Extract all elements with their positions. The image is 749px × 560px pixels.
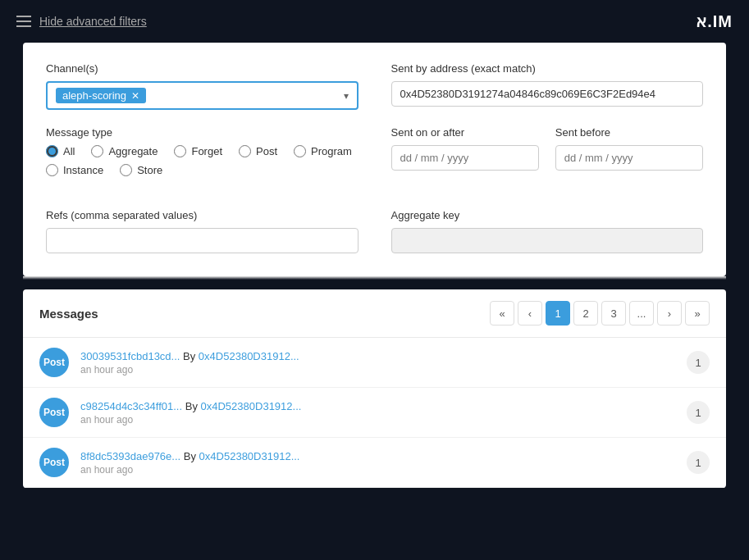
- radio-store-label: Store: [137, 164, 162, 176]
- channel-dropdown-arrow-icon[interactable]: ▾: [344, 90, 349, 102]
- sent-by-label: Sent by address (exact match): [391, 62, 704, 75]
- radio-store[interactable]: Store: [120, 164, 162, 176]
- pagination-page-1[interactable]: 1: [546, 301, 570, 326]
- sent-after-input[interactable]: [391, 145, 539, 171]
- message-id-link-0[interactable]: 30039531fcbd13cd...: [80, 350, 180, 362]
- refs-input[interactable]: [46, 228, 359, 253]
- aggregate-key-label: Aggregate key: [391, 209, 704, 221]
- message-id-link-1[interactable]: c98254d4c3c34ff01...: [80, 400, 182, 412]
- pagination-last[interactable]: »: [685, 301, 710, 326]
- radio-all[interactable]: All: [46, 145, 75, 157]
- sent-by-group: Sent by address (exact match): [391, 62, 704, 110]
- sent-before-input[interactable]: [555, 145, 703, 171]
- message-row: Post 30039531fcbd13cd... By 0x4D52380D31…: [23, 338, 726, 388]
- message-by-0: By: [183, 350, 199, 362]
- channel-tag: aleph-scoring ✕: [56, 88, 146, 103]
- message-id-line-2: 8f8dc5393dae976e... By 0x4D52380D31912..…: [80, 450, 675, 462]
- top-nav: Hide advanced filters א.IM: [0, 0, 749, 43]
- radio-instance[interactable]: Instance: [46, 164, 103, 176]
- date-row: Sent on or after Sent before: [391, 126, 704, 171]
- message-count-2: 1: [687, 451, 710, 474]
- pagination-page-3[interactable]: 3: [601, 301, 626, 326]
- date-group: Sent on or after Sent before: [391, 126, 704, 171]
- aggregate-key-group: Aggregate key: [391, 209, 704, 253]
- message-info-0: 30039531fcbd13cd... By 0x4D52380D31912..…: [80, 350, 675, 376]
- radio-program-label: Program: [311, 145, 352, 157]
- radio-all-label: All: [63, 145, 75, 157]
- message-count-1: 1: [687, 401, 710, 424]
- hamburger-menu[interactable]: [16, 16, 31, 27]
- radio-store-input[interactable]: [120, 164, 132, 176]
- logo: א.IM: [696, 11, 733, 31]
- pagination-next[interactable]: ›: [657, 301, 682, 326]
- channel-group: Channel(s) aleph-scoring ✕ ▾: [46, 62, 359, 110]
- message-by-1: By: [185, 400, 201, 412]
- filter-panel: Channel(s) aleph-scoring ✕ ▾ Sent by add…: [23, 43, 726, 276]
- nav-left: Hide advanced filters: [16, 15, 147, 28]
- message-address-link-1[interactable]: 0x4D52380D31912...: [201, 400, 302, 412]
- channel-label: Channel(s): [46, 62, 359, 75]
- filter-row-2: Message type All Aggregate Forget Post: [46, 126, 703, 193]
- sent-before-group: Sent before: [555, 126, 703, 171]
- post-badge-2: Post: [39, 448, 69, 477]
- messages-title: Messages: [39, 307, 98, 321]
- channel-tag-text: aleph-scoring: [62, 89, 126, 102]
- channel-select[interactable]: aleph-scoring ✕ ▾: [46, 81, 359, 110]
- sent-after-label: Sent on or after: [391, 126, 539, 139]
- radio-post[interactable]: Post: [239, 145, 277, 157]
- sent-by-input[interactable]: [391, 81, 704, 107]
- refs-group: Refs (comma separated values): [46, 209, 359, 253]
- radio-forget-input[interactable]: [174, 145, 186, 157]
- post-badge-1: Post: [39, 398, 69, 427]
- radio-all-input[interactable]: [46, 145, 58, 157]
- message-row: Post 8f8dc5393dae976e... By 0x4D52380D31…: [23, 438, 726, 488]
- pagination-first[interactable]: «: [490, 301, 514, 326]
- message-address-link-0[interactable]: 0x4D52380D31912...: [199, 350, 299, 362]
- radio-aggregate-label: Aggregate: [108, 145, 158, 157]
- pagination: « ‹ 1 2 3 ... › »: [490, 301, 710, 326]
- post-badge-0: Post: [39, 348, 69, 377]
- radio-forget[interactable]: Forget: [174, 145, 222, 157]
- radio-program[interactable]: Program: [294, 145, 352, 157]
- hide-filters-link[interactable]: Hide advanced filters: [39, 15, 147, 28]
- message-id-line-1: c98254d4c3c34ff01... By 0x4D52380D31912.…: [80, 400, 675, 412]
- refs-row: Refs (comma separated values) Aggregate …: [46, 209, 703, 253]
- message-by-2: By: [184, 450, 199, 462]
- message-info-2: 8f8dc5393dae976e... By 0x4D52380D31912..…: [80, 450, 675, 476]
- message-info-1: c98254d4c3c34ff01... By 0x4D52380D31912.…: [80, 400, 675, 426]
- aggregate-key-input[interactable]: [391, 228, 704, 253]
- sent-after-group: Sent on or after: [391, 126, 539, 171]
- radio-instance-input[interactable]: [46, 164, 58, 176]
- message-time-2: an hour ago: [80, 464, 675, 476]
- message-type-label: Message type: [46, 126, 359, 139]
- channel-tag-close-icon[interactable]: ✕: [131, 90, 139, 102]
- message-type-group: Message type All Aggregate Forget Post: [46, 126, 359, 176]
- radio-post-label: Post: [256, 145, 277, 157]
- pagination-ellipsis: ...: [629, 301, 654, 326]
- message-time-1: an hour ago: [80, 414, 675, 426]
- radio-program-input[interactable]: [294, 145, 306, 157]
- refs-label: Refs (comma separated values): [46, 209, 359, 221]
- section-divider: [23, 276, 726, 280]
- filter-row-1: Channel(s) aleph-scoring ✕ ▾ Sent by add…: [46, 62, 703, 110]
- messages-header: Messages « ‹ 1 2 3 ... › »: [23, 289, 726, 338]
- radio-instance-label: Instance: [63, 164, 103, 176]
- radio-post-input[interactable]: [239, 145, 251, 157]
- sent-before-label: Sent before: [555, 126, 703, 139]
- message-id-line-0: 30039531fcbd13cd... By 0x4D52380D31912..…: [80, 350, 675, 362]
- message-row: Post c98254d4c3c34ff01... By 0x4D52380D3…: [23, 388, 726, 438]
- radio-group: All Aggregate Forget Post Program: [46, 145, 359, 176]
- pagination-page-2[interactable]: 2: [573, 301, 598, 326]
- radio-aggregate-input[interactable]: [91, 145, 103, 157]
- radio-aggregate[interactable]: Aggregate: [91, 145, 158, 157]
- message-address-link-2[interactable]: 0x4D52380D31912...: [199, 450, 300, 462]
- radio-forget-label: Forget: [191, 145, 222, 157]
- pagination-prev[interactable]: ‹: [518, 301, 542, 326]
- message-count-0: 1: [687, 351, 710, 374]
- messages-section: Messages « ‹ 1 2 3 ... › » Post 30039531…: [23, 289, 726, 488]
- message-id-link-2[interactable]: 8f8dc5393dae976e...: [80, 450, 180, 462]
- message-time-0: an hour ago: [80, 364, 675, 376]
